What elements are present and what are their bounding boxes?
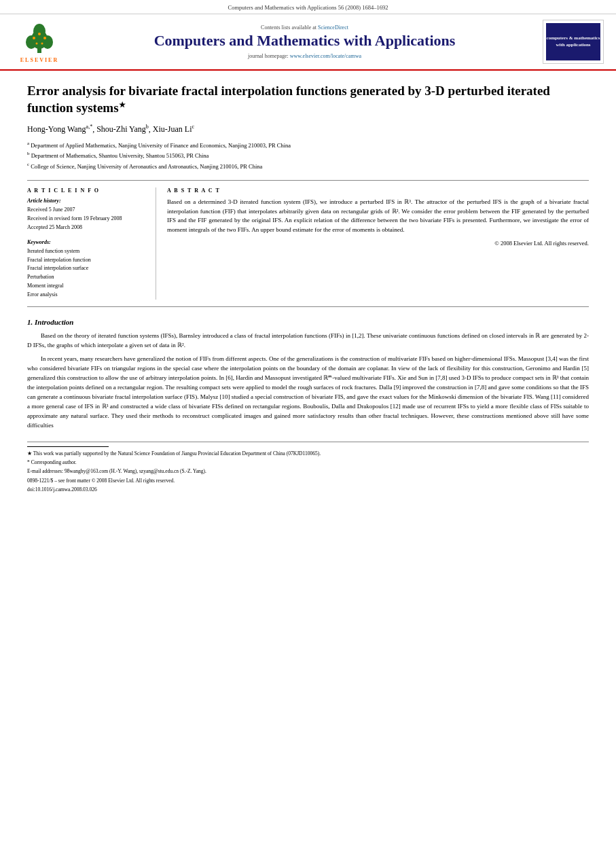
- svg-point-7: [43, 37, 46, 39]
- journal-logo-right: computers & mathematics with application…: [543, 20, 604, 64]
- contents-available-line: Contents lists available at ScienceDirec…: [73, 24, 536, 31]
- footnote-divider: [27, 446, 109, 447]
- keyword-item: Moment integral: [27, 282, 147, 291]
- main-content: Error analysis for bivariate fractal int…: [0, 71, 616, 508]
- journal-header: ELSEVIER Contents lists available at Sci…: [0, 14, 616, 71]
- history-item: Received 5 June 2007: [27, 206, 147, 215]
- authors-line: Hong-Yong Wanga,*, Shou-Zhi Yangb, Xiu-J…: [27, 124, 589, 135]
- elsevier-tree-icon: [19, 20, 60, 56]
- svg-point-5: [33, 24, 46, 39]
- footnote-area: ★ This work was partially supported by t…: [27, 442, 589, 493]
- footnote-email: E-mail addresses: 98wanghy@163.com (H.-Y…: [27, 467, 589, 475]
- section1-heading: 1. Introduction: [27, 318, 589, 326]
- homepage-link[interactable]: www.elsevier.com/locate/camwa: [290, 53, 361, 59]
- journal-main-title: Computers and Mathematics with Applicati…: [73, 32, 536, 50]
- affiliations: a Department of Applied Mathematics, Nan…: [27, 140, 589, 171]
- history-item: Accepted 25 March 2008: [27, 223, 147, 232]
- abstract-text: Based on a determined 3-D iterated funct…: [167, 198, 589, 234]
- footnote-star: ★ This work was partially supported by t…: [27, 450, 589, 457]
- article-info-title: A R T I C L E I N F O: [27, 187, 147, 194]
- affiliation-item: b Department of Mathematics, Shantou Uni…: [27, 150, 589, 160]
- article-info-panel: A R T I C L E I N F O Article history: R…: [27, 187, 156, 299]
- info-abstract-row: A R T I C L E I N F O Article history: R…: [27, 180, 589, 306]
- abstract-section: A B S T R A C T Based on a determined 3-…: [167, 187, 589, 299]
- svg-point-6: [33, 37, 35, 39]
- keyword-item: Fractal interpolation function: [27, 256, 147, 265]
- footnote-doi: doi:10.1016/j.camwa.2008.03.026: [27, 486, 589, 493]
- journal-homepage-line: journal homepage: www.elsevier.com/locat…: [73, 53, 536, 59]
- keyword-item: Iterated function system: [27, 247, 147, 256]
- journal-citation-bar: Computers and Mathematics with Applicati…: [0, 0, 616, 14]
- sciencedirect-link[interactable]: ScienceDirect: [318, 24, 348, 31]
- keywords-list: Iterated function systemFractal interpol…: [27, 247, 147, 300]
- article-title: Error analysis for bivariate fractal int…: [27, 83, 589, 117]
- section1-paragraph1: Based on the theory of iterated function…: [27, 332, 589, 351]
- keywords-section: Keywords: Iterated function systemFracta…: [27, 239, 147, 300]
- keywords-label: Keywords:: [27, 239, 147, 245]
- history-items: Received 5 June 2007Received in revised …: [27, 206, 147, 232]
- elsevier-logo: ELSEVIER: [12, 20, 67, 63]
- abstract-copyright: © 2008 Elsevier Ltd. All rights reserved…: [167, 240, 589, 247]
- journal-logo-image: computers & mathematics with application…: [546, 23, 600, 60]
- history-item: Received in revised form 19 February 200…: [27, 215, 147, 223]
- section1-paragraph2: In recent years, many researchers have g…: [27, 355, 589, 431]
- keyword-item: Fractal interpolation surface: [27, 264, 147, 273]
- history-label: Article history:: [27, 198, 147, 204]
- page: Computers and Mathematics with Applicati…: [0, 0, 616, 841]
- elsevier-brand-text: ELSEVIER: [20, 57, 58, 63]
- abstract-title: A B S T R A C T: [167, 187, 589, 194]
- journal-title-block: Contents lists available at ScienceDirec…: [73, 24, 536, 58]
- keyword-item: Error analysis: [27, 291, 147, 300]
- keyword-item: Perturbation: [27, 273, 147, 282]
- svg-point-8: [38, 33, 41, 35]
- journal-citation-text: Computers and Mathematics with Applicati…: [228, 4, 388, 11]
- affiliation-item: c College of Science, Nanjing University…: [27, 161, 589, 171]
- affiliation-item: a Department of Applied Mathematics, Nan…: [27, 140, 589, 150]
- svg-point-9: [36, 43, 38, 45]
- footnote-corresponding: * Corresponding author.: [27, 459, 589, 466]
- svg-point-10: [41, 43, 43, 45]
- footnote-issn: 0898-1221/$ – see front matter © 2008 El…: [27, 477, 589, 484]
